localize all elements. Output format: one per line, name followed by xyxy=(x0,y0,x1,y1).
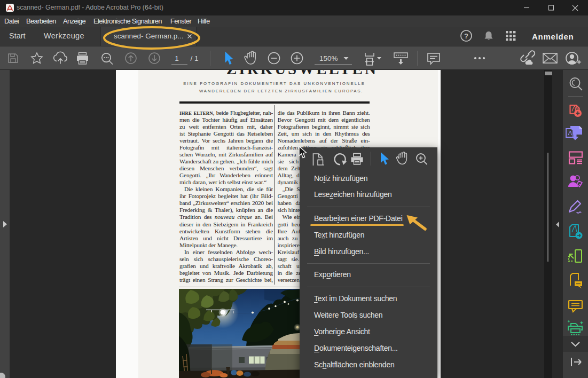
svg-text:150%: 150% xyxy=(319,54,338,62)
svg-text:1: 1 xyxy=(175,54,179,62)
svg-text:?: ? xyxy=(464,32,468,40)
svg-text:/ 1: / 1 xyxy=(190,54,198,62)
